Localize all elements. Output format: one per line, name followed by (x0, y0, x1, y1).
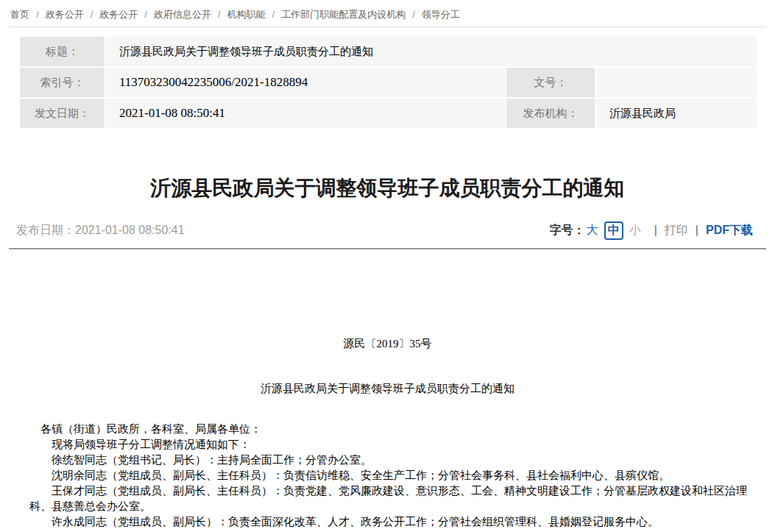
font-size-medium-button[interactable]: 中 (604, 221, 623, 240)
page-title: 沂源县民政局关于调整领导班子成员职责分工的通知 (0, 174, 775, 203)
breadcrumb-item[interactable]: 首页 (10, 9, 29, 20)
article-paragraph: 王保才同志（党组成员、副局长、主任科员）：负责党建、党风廉政建设、意识形态、工会… (29, 483, 760, 514)
content-divider (9, 248, 766, 249)
meta-index-value: 113703230042235006/2021-1828894 (106, 68, 505, 97)
document-meta-table: 标题： 沂源县民政局关于调整领导班子成员职责分工的通知 索引号： 1137032… (18, 35, 758, 130)
meta-agency-label: 发布机构： (506, 99, 595, 128)
article-paragraph: 沈明余同志（党组成员、副局长、主任科员）：负责信访维稳、安全生产工作；分管社会事… (29, 468, 760, 483)
meta-docnum-label: 文号： (506, 68, 595, 97)
breadcrumb-item[interactable]: 政府信息公开 (154, 9, 211, 20)
print-button[interactable]: 打印 (665, 223, 688, 238)
table-row: 索引号： 113703230042235006/2021-1828894 文号： (20, 68, 757, 97)
meta-agency-value: 沂源县民政局 (596, 99, 757, 128)
article-paragraphs: 各镇（街道）民政所，各科室、局属各单位：现将局领导班子分工调整情况通知如下：徐统… (0, 422, 775, 530)
meta-date-value: 2021-01-08 08:50:41 (106, 99, 505, 128)
breadcrumb: 首页/政务公开/政务公开/政府信息公开/机构职能/工作部门职能配置及内设机构/领… (0, 0, 775, 26)
document-number: 源民〔2019〕35号 (0, 336, 775, 352)
article-paragraph: 许永成同志（党组成员、副局长）：负责全面深化改革、人才、政务公开工作；分管社会组… (29, 514, 760, 530)
meta-index-label: 索引号： (20, 68, 105, 97)
breadcrumb-separator: / (144, 9, 147, 20)
article-paragraph: 现将局领导班子分工调整情况通知如下： (29, 437, 760, 453)
table-row: 标题： 沂源县民政局关于调整领导班子成员职责分工的通知 (20, 37, 757, 66)
font-size-large-button[interactable]: 大 (587, 223, 598, 238)
meta-title-label: 标题： (20, 37, 105, 66)
breadcrumb-separator: / (412, 9, 415, 20)
article-paragraph: 各镇（街道）民政所，各科室、局属各单位： (29, 422, 760, 437)
breadcrumb-item[interactable]: 政务公开 (99, 9, 138, 20)
toolbar-separator: | (654, 224, 657, 237)
publish-date-label: 发布日期： (16, 224, 75, 236)
font-size-controls: 字号： 大 中 小 | 打印 | PDF下载 (550, 221, 753, 240)
breadcrumb-item[interactable]: 工作部门职能配置及内设机构 (281, 9, 406, 20)
font-size-label: 字号： (550, 223, 585, 238)
breadcrumb-separator: / (272, 9, 275, 20)
breadcrumb-separator: / (36, 9, 39, 20)
publish-date-value: 2021-01-08 08:50:41 (75, 224, 185, 236)
breadcrumb-divider (9, 26, 766, 27)
article-body: 源民〔2019〕35号 沂源县民政局关于调整领导班子成员职责分工的通知 各镇（街… (0, 336, 775, 530)
article-toolbar: 发布日期：2021-01-08 08:50:41 字号： 大 中 小 | 打印 … (0, 219, 775, 241)
breadcrumb-item[interactable]: 机构职能 (227, 9, 266, 20)
publish-date: 发布日期：2021-01-08 08:50:41 (16, 223, 185, 238)
breadcrumb-separator: / (218, 9, 221, 20)
breadcrumb-separator: / (91, 9, 93, 20)
pdf-download-button[interactable]: PDF下载 (706, 223, 753, 238)
toolbar-separator: | (696, 224, 698, 237)
article-paragraph: 徐统智同志（党组书记、局长）：主持局全面工作；分管办公室。 (29, 453, 760, 468)
document-title: 沂源县民政局关于调整领导班子成员职责分工的通知 (0, 381, 775, 397)
breadcrumb-item[interactable]: 领导分工 (422, 9, 460, 20)
font-size-small-button[interactable]: 小 (629, 223, 641, 238)
breadcrumb-item[interactable]: 政务公开 (46, 9, 84, 20)
table-row: 发文日期： 2021-01-08 08:50:41 发布机构： 沂源县民政局 (20, 99, 757, 128)
meta-docnum-value (596, 68, 757, 97)
meta-date-label: 发文日期： (20, 99, 105, 128)
meta-title-value: 沂源县民政局关于调整领导班子成员职责分工的通知 (106, 37, 757, 66)
